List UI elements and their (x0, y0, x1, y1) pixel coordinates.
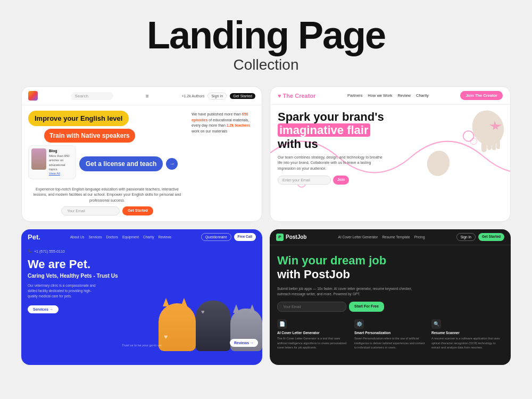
postjob-nav-pricing[interactable]: Pricing (414, 235, 425, 239)
postjob-feature-title-1: AI Cover Letter Generator (277, 331, 349, 335)
creator-headline: Spark your brand's imaginative flair wit… (278, 110, 503, 151)
postjob-feature-icon-3: 🔍 (431, 319, 441, 329)
postjob-email-input[interactable]: Your Email (277, 302, 346, 312)
pet-card: Pet. About Us Services Doctors Equipment… (21, 229, 262, 365)
postjob-feature-icon-2: ⚙️ (354, 319, 364, 329)
pet-nav-equipment[interactable]: Equipment (122, 235, 139, 239)
english-email-input[interactable]: Your Email (61, 206, 120, 215)
postjob-nav-resume[interactable]: Resume Template (382, 235, 410, 239)
page-wrapper: Landing Page Collection Search ≡ +1.2k A… (0, 0, 532, 399)
postjob-card: P PostJob AI Cover Letter Generator Resu… (270, 229, 511, 365)
english-blog-desc3: educational (49, 163, 65, 167)
pet-services-btn[interactable]: Services → (28, 305, 59, 313)
postjob-feature-desc-2: Smart Personalization refers to the use … (354, 336, 426, 350)
creator-join-btn[interactable]: Join The Creator (460, 91, 503, 100)
page-title: Landing Page (21, 16, 511, 54)
pet-questionnaire-btn[interactable]: Questionnaire (201, 233, 231, 241)
english-email-row: Your Email Get Started (28, 206, 186, 215)
postjob-headline-white: with PostJob (277, 268, 503, 281)
pet-nav-doctors[interactable]: Doctors (106, 235, 118, 239)
creator-nav-links: Partners How we Work Review Charity (347, 93, 429, 98)
pet-nav-services[interactable]: Services (89, 235, 102, 239)
pet-content: 📞 +1 (671) 555-0110 We are Pet. Caring V… (21, 245, 262, 351)
english-view-all[interactable]: View All (49, 172, 60, 175)
postjob-content: Win your dream job with PostJob Submit b… (270, 245, 511, 354)
english-authors-count: +1.2k Authors (181, 94, 204, 98)
pet-nav-links: About Us Services Doctors Equipment Char… (70, 235, 171, 239)
pet-nav-about[interactable]: About Us (70, 235, 85, 239)
english-pill-orange: Train with Native speakers (44, 129, 135, 143)
english-signin-btn[interactable]: Sign In (207, 93, 227, 99)
english-blog-desc: More than 650 (49, 154, 70, 157)
english-blog-card: Blog More than 650 articles on education… (28, 145, 76, 179)
postjob-email-row: Your Email Start For Free (277, 302, 503, 312)
creator-description: Our team combines strategy, design, and … (278, 155, 384, 172)
pet-text-col: 📞 +1 (671) 555-0110 We are Pet. Caring V… (28, 249, 256, 347)
pet-logo: Pet. (28, 233, 40, 241)
english-blog-desc2: articles on (49, 159, 63, 162)
english-card: Search ≡ +1.2k Authors Sign In Get Start… (21, 86, 262, 222)
postjob-feature-3: 🔍 Resume Scanner A resume scanner is a s… (431, 319, 503, 350)
creator-join-small-btn[interactable]: Join (333, 176, 349, 185)
english-nav-right: +1.2k Authors Sign In Get Started (181, 93, 255, 99)
english-search[interactable]: Search (71, 92, 113, 100)
page-subtitle: Collection (21, 56, 511, 73)
english-pill-yellow: Improve your English level (28, 111, 129, 126)
creator-headline-highlight: imaginative flair (278, 123, 370, 137)
postjob-nav-btns: Sign In Get Started (456, 233, 504, 241)
english-pill-blue: Get a license and teach (79, 156, 163, 171)
postjob-feature-desc-1: The AI Cover Letter Generator is a tool … (277, 336, 349, 350)
postjob-feature-1: 📄 AI Cover Letter Generator The AI Cover… (277, 319, 349, 350)
postjob-description: Submit better job apps — 10x faster. AI … (277, 286, 415, 297)
creator-nav: ♥ The Creator Partners How we Work Revie… (270, 87, 510, 105)
postjob-feature-desc-3: A resume scanner is a software applicati… (431, 336, 503, 350)
postjob-nav: P PostJob AI Cover Letter Generator Resu… (270, 229, 511, 245)
pet-nav-btns: Questionnaire Free Call (201, 233, 256, 241)
pet-nav: Pet. About Us Services Doctors Equipment… (21, 229, 262, 245)
english-getstarted-btn[interactable]: Get Started (230, 93, 255, 99)
pet-free-call-btn[interactable]: Free Call (234, 233, 256, 241)
creator-logo: ♥ The Creator (278, 93, 315, 99)
english-nav: Search ≡ +1.2k Authors Sign In Get Start… (22, 87, 262, 105)
postjob-logo: P PostJob (276, 234, 306, 241)
english-right-col: We have published more than 650 episodes… (192, 111, 255, 215)
postjob-features: 📄 AI Cover Letter Generator The AI Cover… (277, 319, 503, 350)
postjob-feature-title-3: Resume Scanner (431, 331, 503, 335)
english-content: Improve your English level Train with Na… (22, 105, 262, 220)
pet-description: Our veterinary clinic is a compassionate… (28, 283, 97, 298)
postjob-feature-2: ⚙️ Smart Personalization Smart Personali… (354, 319, 426, 350)
postjob-getstarted-btn[interactable]: Get Started (478, 233, 504, 241)
creator-nav-review[interactable]: Review (397, 93, 411, 98)
cards-grid: Search ≡ +1.2k Authors Sign In Get Start… (21, 86, 511, 365)
english-menu-icon[interactable]: ≡ (146, 93, 149, 99)
pet-headline: We are Pet. (28, 257, 256, 271)
creator-nav-how[interactable]: How we Work (368, 93, 392, 98)
pet-phone: 📞 +1 (671) 555-0110 (28, 249, 256, 253)
creator-headline-part2: with us (278, 137, 318, 151)
pet-nav-reviews[interactable]: Reviews (159, 235, 172, 239)
postjob-nav-cover[interactable]: AI Cover Letter Generator (338, 235, 378, 239)
english-pill-circle[interactable]: → (166, 158, 178, 170)
english-cta-btn[interactable]: Get Started (122, 206, 153, 215)
english-pill-blue-row: Blog More than 650 articles on education… (28, 145, 186, 182)
creator-content: Spark your brand's imaginative flair wit… (270, 105, 510, 211)
postjob-feature-icon-1: 📄 (277, 319, 287, 329)
english-blog-text: Blog More than 650 articles on education… (49, 148, 70, 176)
creator-nav-partners[interactable]: Partners (347, 93, 362, 98)
pet-subheadline: Caring Vets, Healthy Pets - Trust Us (28, 273, 256, 279)
postjob-nav-links: AI Cover Letter Generator Resume Templat… (338, 235, 425, 239)
postjob-headline-green: Win your dream job (277, 254, 503, 268)
pet-nav-charity[interactable]: Charity (143, 235, 154, 239)
creator-card: ♥ The Creator Partners How we Work Revie… (270, 86, 511, 222)
creator-nav-charity[interactable]: Charity (416, 93, 429, 98)
creator-email-input[interactable]: Enter your Email (278, 176, 331, 185)
creator-text-col: Spark your brand's imaginative flair wit… (278, 110, 503, 206)
postjob-start-btn[interactable]: Start For Free (349, 302, 384, 312)
postjob-feature-title-2: Smart Personalization (354, 331, 426, 335)
postjob-signin-btn[interactable]: Sign In (456, 233, 476, 241)
postjob-headline: Win your dream job with PostJob (277, 254, 503, 282)
creator-headline-part1: Spark your brand's (278, 110, 384, 123)
postjob-logo-icon: P (276, 234, 284, 241)
english-blog-image (31, 148, 46, 170)
english-description: Experience top-notch English language ed… (28, 187, 186, 204)
